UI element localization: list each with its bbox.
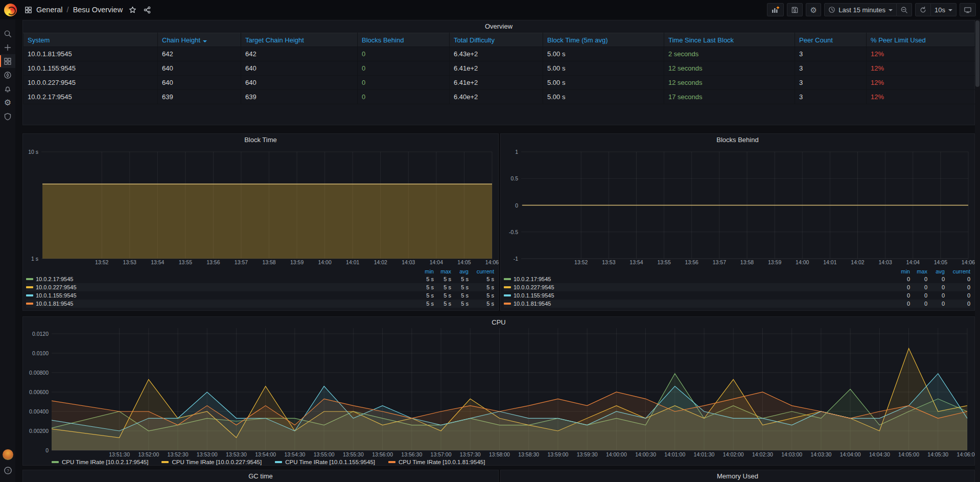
x-tick-label: 13:56:00 (372, 451, 393, 457)
save-dashboard-button[interactable] (787, 3, 803, 16)
sidebar-item-server-admin[interactable] (0, 109, 15, 123)
legend-series-name[interactable]: 10.0.0.227:9545 (36, 284, 77, 290)
cpu-legend-item[interactable]: CPU Time IRate [10.0.1.81:9545] (388, 459, 485, 465)
sidebar-item-create[interactable] (0, 40, 15, 54)
x-tick-label: 13:57 (713, 259, 726, 265)
star-icon[interactable] (129, 6, 136, 14)
cpu-legend: CPU Time IRate [10.0.2.17:9545]CPU Time … (52, 459, 485, 465)
sidebar-item-dashboards[interactable] (0, 54, 15, 68)
compass-icon (4, 71, 12, 79)
x-tick-label: 13:54:00 (255, 451, 276, 457)
sidebar-item-explore[interactable] (0, 68, 15, 82)
cpu-legend-item[interactable]: CPU Time IRate [10.0.0.227:9545] (161, 459, 262, 465)
column-header-peer_count[interactable]: Peer Count (795, 33, 867, 47)
column-header-chain_height[interactable]: Chain Height (158, 33, 241, 47)
refresh-button[interactable] (915, 3, 931, 16)
legend-value-avg: 0 (927, 301, 945, 307)
grafana-logo[interactable] (0, 0, 20, 19)
legend-value-min: 5 s (416, 276, 434, 282)
search-icon (4, 30, 12, 38)
legend-value-current: 5 s (469, 284, 494, 290)
column-header-time_since_last_block[interactable]: Time Since Last Block (664, 33, 795, 47)
dashboard-settings-button[interactable]: ⚙ (806, 3, 821, 16)
time-range-picker[interactable]: Last 15 minutes (824, 3, 897, 16)
breadcrumb-section[interactable]: General (36, 6, 63, 14)
x-tick-label: 14:02 (851, 259, 864, 265)
sidebar-item-configuration[interactable]: ⚙ (0, 96, 15, 109)
legend-series-name[interactable]: 10.0.2.17:9545 (514, 276, 551, 282)
column-header-system[interactable]: System (24, 33, 158, 47)
legend-series-name[interactable]: 10.0.1.81:9545 (36, 301, 73, 307)
share-icon[interactable] (144, 6, 151, 14)
legend-swatch (26, 303, 33, 305)
x-tick-label: 14:03 (402, 259, 415, 265)
column-header-peer_limit_used[interactable]: % Peer Limit Used (867, 33, 975, 47)
panel-title-gc-time[interactable]: GC time (23, 470, 498, 482)
blocks_behind-x-axis: 13:5213:5313:5413:5513:5613:5713:5813:59… (501, 259, 974, 267)
legend-series-name[interactable]: 10.0.1.155:9545 (514, 292, 554, 299)
legend-value-current: 5 s (469, 292, 494, 299)
x-tick-label: 14:05:30 (927, 451, 948, 457)
sidebar-item-search[interactable] (0, 27, 15, 40)
legend-col-min: min (416, 268, 434, 274)
x-tick-label: 13:57 (235, 259, 248, 265)
breadcrumb: General / Besu Overview (25, 6, 151, 14)
legend-series-name[interactable]: 10.0.2.17:9545 (36, 276, 73, 282)
panel-blocks-behind: Blocks Behind 10.50-0.5-113:5213:5313:54… (500, 133, 975, 311)
x-tick-label: 13:59:30 (577, 451, 598, 457)
y-tick-label: 0.00200 (23, 428, 49, 434)
legend-series-name[interactable]: 10.0.1.155:9545 (36, 292, 77, 299)
blocks-behind-plot[interactable] (501, 146, 974, 260)
legend-row: 10.0.1.81:95455 s5 s5 s5 s (26, 300, 494, 308)
x-tick-label: 14:05 (457, 259, 471, 265)
cell-time_since_last_block: 12 seconds (664, 76, 795, 90)
legend-row: 10.0.0.227:95450000 (504, 283, 970, 291)
panel-title-overview[interactable]: Overview (23, 20, 974, 33)
x-tick-label: 14:01:30 (694, 451, 715, 457)
cell-peer_count: 3 (795, 90, 867, 104)
x-tick-label: 13:59 (290, 259, 304, 265)
cell-time_since_last_block: 17 seconds (664, 90, 795, 104)
panel-title-block-time[interactable]: Block Time (23, 134, 498, 146)
cpu-legend-item[interactable]: CPU Time IRate [10.0.1.155:9545] (275, 459, 375, 465)
add-panel-button[interactable] (767, 3, 784, 16)
panel-title-memory-used[interactable]: Memory Used (501, 470, 974, 482)
cycle-view-mode-button[interactable] (960, 3, 976, 16)
legend-col-current: current (945, 268, 970, 274)
legend-series-name[interactable]: 10.0.1.81:9545 (514, 301, 551, 307)
zoom-out-button[interactable] (897, 3, 912, 16)
x-tick-label: 13:55 (179, 259, 192, 265)
configuration-gear-icon: ⚙ (4, 99, 11, 107)
sidebar-item-help[interactable]: ? (4, 466, 12, 477)
panel-title-blocks-behind[interactable]: Blocks Behind (501, 134, 974, 146)
legend-series-name: CPU Time IRate [10.0.2.17:9545] (62, 459, 148, 465)
cell-target_chain_height: 639 (241, 90, 358, 104)
sidebar-item-alerting[interactable] (0, 82, 15, 96)
y-tick-label: 0.0120 (23, 331, 49, 337)
block-time-plot[interactable] (23, 146, 498, 260)
x-tick-label: 13:53 (602, 259, 615, 265)
legend-col-max: max (910, 268, 927, 274)
refresh-interval-dropdown[interactable]: 10s (931, 3, 956, 16)
legend-series-name[interactable]: 10.0.0.227:9545 (514, 284, 554, 290)
cpu-legend-item[interactable]: CPU Time IRate [10.0.2.17:9545] (52, 459, 148, 465)
column-header-target_chain_height[interactable]: Target Chain Height (241, 33, 358, 47)
x-tick-label: 13:52 (95, 259, 108, 265)
add-panel-icon (771, 6, 780, 14)
cpu-plot[interactable] (23, 328, 974, 451)
cell-peer_count: 3 (795, 76, 867, 90)
column-header-total_difficulty[interactable]: Total Difficulty (450, 33, 543, 47)
column-header-block_time[interactable]: Block Time (5m avg) (543, 33, 664, 47)
x-tick-label: 13:54 (629, 259, 643, 265)
user-avatar[interactable] (3, 449, 13, 460)
block_time-legend: minmaxavgcurrent10.0.2.17:95455 s5 s5 s5… (26, 268, 494, 308)
column-header-blocks_behind[interactable]: Blocks Behind (358, 33, 450, 47)
page-scrollbar-thumb[interactable] (975, 20, 979, 87)
legend-value-max: 0 (910, 284, 927, 290)
x-tick-label: 14:00 (796, 259, 809, 265)
legend-value-max: 5 s (434, 301, 451, 307)
breadcrumb-page[interactable]: Besu Overview (73, 6, 123, 14)
panel-title-cpu[interactable]: CPU (23, 317, 974, 328)
block-time-graph-body: 10 s1 s13:5213:5313:5413:5513:5613:5713:… (23, 146, 498, 310)
grafana-logo-icon (4, 4, 17, 16)
